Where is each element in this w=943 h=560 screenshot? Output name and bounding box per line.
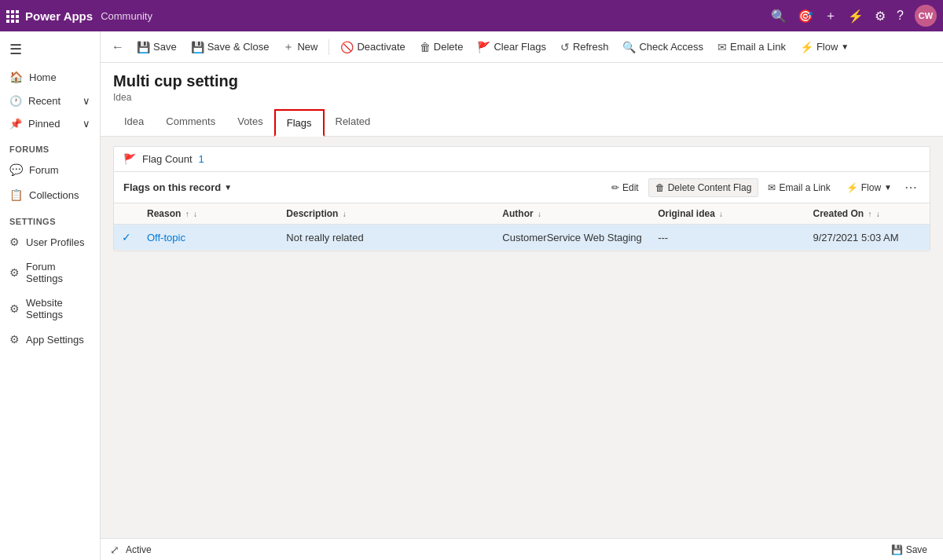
new-button[interactable]: ＋ New (277, 36, 324, 58)
favorites-icon[interactable]: 🎯 (798, 9, 813, 24)
flags-table: Reason ↑ ↓ Description ↓ Author (114, 203, 930, 251)
flag-count-section: 🚩 Flag Count 1 Flags on this record ▼ ✏ (113, 146, 930, 251)
flag-icon: 🚩 (123, 153, 136, 165)
settings-icon[interactable]: ⚙ (875, 9, 886, 24)
delete-content-flag-button[interactable]: 🗑 Delete Content Flag (648, 178, 759, 197)
refresh-icon: ↺ (560, 41, 570, 53)
user-profiles-icon: ⚙ (9, 236, 20, 248)
delete-flag-icon: 🗑 (655, 182, 665, 193)
save-button[interactable]: 💾 Save (130, 37, 183, 57)
email-icon: ✉ (717, 41, 727, 53)
sidebar-item-forum[interactable]: 💬 Forum (0, 157, 100, 182)
top-navigation: Power Apps Community 🔍 🎯 ＋ ⚡ ⚙ ? CW (0, 0, 943, 31)
status-left: ⤢ Active (110, 544, 152, 556)
sidebar-item-label: User Profiles (26, 236, 84, 248)
deactivate-button[interactable]: 🚫 Deactivate (334, 37, 411, 57)
tab-votes[interactable]: Votes (226, 109, 274, 137)
home-icon: 🏠 (9, 71, 23, 83)
check-access-button[interactable]: 🔍 Check Access (616, 37, 710, 57)
col-header-created-on[interactable]: Created On ↑ ↓ (805, 203, 930, 225)
help-icon[interactable]: ? (897, 9, 904, 23)
sidebar-item-website-settings[interactable]: ⚙ Website Settings (0, 291, 100, 327)
back-button[interactable]: ← (107, 36, 129, 58)
search-icon[interactable]: 🔍 (771, 9, 787, 24)
email-link-button[interactable]: ✉ Email a Link (711, 37, 792, 57)
flag-count-value[interactable]: 1 (199, 153, 204, 165)
filter-icon[interactable]: ⚡ (848, 9, 864, 24)
subgrid-title[interactable]: Flags on this record ▼ (123, 181, 232, 193)
tabs-container: Idea Comments Votes Flags Related (113, 109, 930, 136)
sidebar-item-label: App Settings (26, 334, 84, 346)
status-save-button[interactable]: 💾 Save (885, 543, 934, 557)
flow-flag-button[interactable]: ⚡ Flow ▼ (840, 179, 898, 196)
col-header-original-idea[interactable]: Original idea ↓ (650, 203, 805, 225)
sidebar-item-collections[interactable]: 📋 Collections (0, 182, 100, 207)
tab-flags[interactable]: Flags (274, 109, 325, 137)
sort-desc-created-icon: ↓ (876, 210, 880, 218)
sidebar-item-user-profiles[interactable]: ⚙ User Profiles (0, 229, 100, 254)
sidebar-item-label: Website Settings (26, 297, 90, 320)
row-reason-link[interactable]: Off-topic (147, 232, 185, 243)
clear-flags-icon: 🚩 (477, 41, 490, 53)
delete-button[interactable]: 🗑 Delete (413, 37, 470, 57)
edit-flag-button[interactable]: ✏ Edit (605, 179, 645, 196)
record-type: Idea (113, 92, 930, 103)
sidebar-item-home[interactable]: 🏠 Home (0, 64, 100, 90)
sidebar-item-forum-settings[interactable]: ⚙ Forum Settings (0, 254, 100, 291)
avatar[interactable]: CW (915, 5, 937, 27)
sidebar-item-label: Forum Settings (26, 261, 90, 284)
col-header-description[interactable]: Description ↓ (278, 203, 494, 225)
add-icon[interactable]: ＋ (824, 8, 837, 24)
refresh-button[interactable]: ↺ Refresh (554, 37, 615, 57)
sidebar-item-app-settings[interactable]: ⚙ App Settings (0, 327, 100, 352)
save-close-button[interactable]: 💾 Save & Close (185, 37, 276, 57)
flag-count-row: 🚩 Flag Count 1 (114, 147, 930, 172)
flow-flag-chevron-icon: ▼ (884, 183, 892, 192)
sort-desc-icon: ↓ (193, 210, 197, 218)
row-original-idea-cell: --- (650, 225, 805, 251)
flow-chevron-icon: ▼ (841, 42, 849, 51)
subgrid-chevron-icon: ▼ (224, 183, 232, 192)
nav-icons: 🔍 🎯 ＋ ⚡ ⚙ ? CW (771, 5, 937, 27)
sidebar-item-pinned[interactable]: 📌 Pinned ∨ (0, 112, 100, 135)
more-options-icon[interactable]: ⋯ (901, 177, 920, 198)
sidebar-item-recent[interactable]: 🕐 Recent ∨ (0, 90, 100, 112)
expand-icon[interactable]: ⤢ (110, 544, 119, 556)
sidebar-item-label: Forum (29, 164, 59, 176)
col-header-author[interactable]: Author ↓ (494, 203, 650, 225)
command-bar: ← 💾 Save 💾 Save & Close ＋ New 🚫 Deactiva… (101, 31, 943, 63)
flow-flag-icon: ⚡ (846, 182, 858, 193)
flags-subgrid: Flags on this record ▼ ✏ Edit 🗑 Delete C… (114, 172, 930, 251)
pin-icon: 📌 (9, 118, 22, 130)
main-content-area: ← 💾 Save 💾 Save & Close ＋ New 🚫 Deactiva… (101, 31, 943, 560)
col-header-reason[interactable]: Reason ↑ ↓ (139, 203, 278, 225)
flow-icon: ⚡ (800, 41, 813, 53)
website-settings-icon: ⚙ (9, 302, 20, 315)
status-right: 💾 Save (885, 543, 934, 557)
app-grid-icon[interactable] (6, 10, 17, 21)
flow-button[interactable]: ⚡ Flow ▼ (794, 37, 855, 57)
settings-section-title: Settings (0, 207, 100, 229)
sidebar-item-label: Recent (28, 95, 61, 107)
collections-icon: 📋 (9, 188, 23, 201)
table-header-row: Reason ↑ ↓ Description ↓ Author (114, 203, 930, 225)
sort-icon-author: ↓ (538, 210, 541, 218)
tab-idea[interactable]: Idea (113, 109, 155, 137)
chevron-down-icon: ∨ (83, 118, 90, 130)
sidebar-toggle[interactable]: ☰ (0, 35, 100, 64)
col-header-check (114, 203, 139, 225)
email-link-flag-button[interactable]: ✉ Email a Link (761, 179, 836, 196)
tab-related[interactable]: Related (325, 109, 382, 137)
table-row[interactable]: ✓ Off-topic Not really related CustomerS… (114, 225, 930, 251)
flag-count-label: Flag Count (142, 153, 193, 165)
sort-icon-original: ↓ (719, 210, 723, 218)
save-close-icon: 💾 (191, 41, 204, 53)
row-check-icon: ✓ (122, 231, 131, 243)
clear-flags-button[interactable]: 🚩 Clear Flags (471, 37, 552, 57)
sidebar: ☰ 🏠 Home 🕐 Recent ∨ 📌 Pinned ∨ Forums 💬 … (0, 31, 101, 560)
tab-comments[interactable]: Comments (155, 109, 226, 137)
row-reason-cell: Off-topic (139, 225, 278, 251)
app-name: Power Apps (25, 9, 93, 23)
row-created-on-cell: 9/27/2021 5:03 AM (805, 225, 930, 251)
flags-content: 🚩 Flag Count 1 Flags on this record ▼ ✏ (101, 137, 943, 538)
